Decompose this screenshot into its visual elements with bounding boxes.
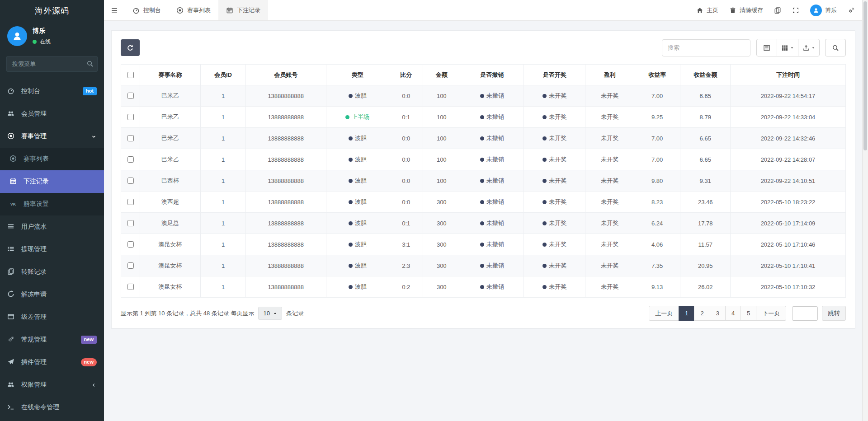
member-id-cell: 1 [201, 276, 245, 298]
fullscreen-icon [792, 7, 799, 14]
sidebar-item[interactable]: 会员管理 [0, 103, 104, 125]
jump-page-input[interactable] [792, 306, 818, 321]
pagination-page[interactable]: 5 [741, 306, 756, 321]
detail-view-button[interactable] [756, 39, 777, 56]
sidebar-item[interactable]: 控制台hot [0, 80, 104, 103]
pagination-page[interactable]: 1 [679, 306, 694, 321]
advanced-search-button[interactable] [825, 39, 846, 56]
table-search-input[interactable] [662, 39, 750, 56]
column-header[interactable]: 类型 [326, 65, 389, 85]
income-cell: 20.95 [680, 255, 731, 276]
sidebar-item[interactable]: 提现管理 [0, 238, 104, 261]
sidebar-item[interactable]: 转账记录 [0, 261, 104, 283]
sidebar-subitem[interactable]: 下注记录 [0, 170, 104, 193]
event-name-cell: 澳足总 [140, 213, 201, 234]
score-cell: 0:1 [389, 213, 423, 234]
sidebar-item[interactable]: 解冻申请 [0, 283, 104, 306]
row-checkbox[interactable] [127, 93, 134, 99]
column-header[interactable]: 收益金额 [680, 65, 731, 85]
type-label: 波胆 [355, 262, 367, 269]
avatar[interactable] [7, 26, 27, 46]
sidebar-item[interactable]: 权限管理 [0, 374, 104, 396]
jump-button[interactable]: 跳转 [822, 306, 846, 321]
navbar-right: 主页 清除缓存 博乐 [696, 0, 862, 20]
table-row[interactable]: 澳昆女杯113888888888波胆3:1300未撤销未开奖未开奖4.0611.… [121, 234, 846, 255]
sidebar-item[interactable]: 赛事管理 [0, 125, 104, 148]
pagination-page[interactable]: 4 [725, 306, 741, 321]
sidebar-item[interactable]: 在线命令管理 [0, 396, 104, 419]
sidebar-item[interactable]: 用户流水 [0, 215, 104, 238]
pagination-page[interactable]: 2 [694, 306, 710, 321]
column-header[interactable]: 赛事名称 [140, 65, 201, 85]
page-size-dropdown[interactable]: 10 [258, 307, 282, 320]
sidebar-item[interactable]: 级差管理 [0, 306, 104, 328]
export-button[interactable] [798, 39, 820, 56]
sidebar-search-input[interactable] [6, 56, 98, 72]
row-checkbox[interactable] [127, 284, 134, 290]
row-checkbox[interactable] [127, 220, 134, 226]
column-header[interactable]: 收益率 [634, 65, 680, 85]
income-cell: 11.57 [680, 234, 731, 255]
clear-cache-button[interactable]: 清除缓存 [729, 6, 763, 14]
copy-page-button[interactable] [774, 7, 781, 14]
pagination-page[interactable]: 3 [710, 306, 726, 321]
rate-cell: 7.00 [634, 128, 680, 149]
table-row[interactable]: 澳昆女杯113888888888波胆0:2300未撤销未开奖未开奖9.1326.… [121, 276, 846, 298]
sidebar-toggle-button[interactable] [104, 0, 125, 20]
column-header[interactable]: 下注时间 [731, 65, 846, 85]
column-header[interactable]: 会员ID [201, 65, 245, 85]
refresh-button[interactable] [121, 39, 140, 56]
home-link[interactable]: 主页 [696, 6, 718, 14]
row-checkbox[interactable] [127, 135, 134, 141]
table-toolbar [121, 39, 846, 56]
rate-cell: 7.00 [634, 149, 680, 170]
revoked-label: 未撤销 [486, 198, 504, 205]
settings-button[interactable] [848, 7, 855, 14]
sidebar-item[interactable]: 常规管理new [0, 328, 104, 351]
nav-tab[interactable]: 赛事列表 [169, 0, 218, 20]
row-checkbox[interactable] [127, 156, 134, 163]
gears-icon [848, 7, 855, 14]
table-row[interactable]: 澳昆女杯113888888888波胆2:3300未撤销未开奖未开奖7.3520.… [121, 255, 846, 276]
row-select-cell [121, 107, 140, 128]
fullscreen-button[interactable] [792, 7, 799, 14]
column-header[interactable]: 金额 [423, 65, 460, 85]
amount-cell: 300 [423, 255, 460, 276]
column-header[interactable]: 盈利 [585, 65, 634, 85]
sidebar-subitem[interactable]: VK赔率设置 [0, 193, 104, 215]
column-header[interactable]: 比分 [389, 65, 423, 85]
row-checkbox[interactable] [127, 262, 134, 269]
prev-page-button[interactable]: 上一页 [649, 306, 679, 321]
table-row[interactable]: 巴米乙113888888888波胆0:0100未撤销未开奖未开奖7.006.65… [121, 149, 846, 170]
select-all-checkbox[interactable] [127, 72, 134, 78]
columns-button[interactable] [777, 39, 798, 56]
amount-cell: 100 [423, 170, 460, 192]
type-label: 波胆 [355, 177, 367, 184]
drawn-label: 未开奖 [549, 198, 566, 205]
row-checkbox[interactable] [127, 178, 134, 184]
user-menu[interactable]: 博乐 [810, 5, 837, 16]
table-row[interactable]: 巴米乙113888888888波胆0:0100未撤销未开奖未开奖7.006.65… [121, 85, 846, 107]
table-footer: 显示第 1 到第 10 条记录，总共 48 条记录 每页显示 10 条记录 上一… [121, 306, 846, 321]
column-header[interactable]: 是否撤销 [460, 65, 524, 85]
next-page-button[interactable]: 下一页 [756, 306, 786, 321]
column-header[interactable]: 是否开奖 [524, 65, 585, 85]
nav-tab[interactable]: 下注记录 [218, 0, 268, 20]
scrollbar[interactable] [862, 0, 868, 421]
user-panel: 博乐 在线 [0, 22, 104, 52]
row-checkbox[interactable] [127, 199, 134, 205]
sidebar-subitem[interactable]: 赛事列表 [0, 148, 104, 170]
type-cell: 波胆 [326, 192, 389, 213]
row-checkbox[interactable] [127, 114, 134, 120]
table-row[interactable]: 巴米乙113888888888上半场0:1100未撤销未开奖未开奖9.258.7… [121, 107, 846, 128]
row-checkbox[interactable] [127, 241, 134, 248]
table-row[interactable]: 澳西超113888888888波胆0:0300未撤销未开奖未开奖8.2323.4… [121, 192, 846, 213]
sidebar-item[interactable]: 插件管理new [0, 351, 104, 374]
table-row[interactable]: 巴西杯113888888888波胆0:0100未撤销未开奖未开奖9.809.31… [121, 170, 846, 192]
profit-cell: 未开奖 [585, 276, 634, 298]
scrollbar-thumb[interactable] [863, 1, 867, 150]
column-header[interactable]: 会员账号 [245, 65, 326, 85]
table-row[interactable]: 澳足总113888888888波胆0:1300未撤销未开奖未开奖6.2417.7… [121, 213, 846, 234]
nav-tab[interactable]: 控制台 [125, 0, 169, 20]
table-row[interactable]: 巴米乙113888888888波胆0:0100未撤销未开奖未开奖7.006.65… [121, 128, 846, 149]
